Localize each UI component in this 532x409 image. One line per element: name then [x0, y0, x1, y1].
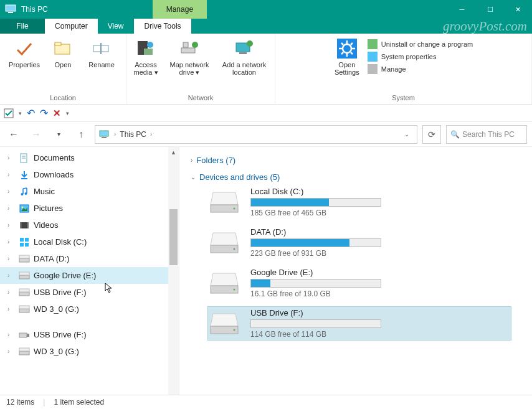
close-button[interactable]: ✕: [504, 0, 532, 19]
svg-marker-66: [211, 314, 238, 326]
tree-item[interactable]: ›Local Disk (C:): [0, 233, 179, 250]
chevron-down-icon: ⌄: [191, 174, 196, 181]
chevron-right-icon[interactable]: ›: [7, 348, 15, 355]
drive-icon: [209, 230, 239, 255]
svg-point-59: [234, 207, 235, 209]
qat-dropdown-2[interactable]: ▾: [66, 110, 69, 116]
chevron-right-icon[interactable]: ›: [7, 205, 15, 212]
uninstall-program-button[interactable]: Uninstall or change a program: [365, 39, 475, 50]
tab-drive-tools[interactable]: Drive Tools: [134, 19, 191, 34]
tree-item[interactable]: ›Downloads: [0, 166, 179, 183]
address-bar[interactable]: › This PC › ⌄: [95, 125, 417, 144]
tree-item[interactable]: ›USB Drive (F:): [0, 326, 179, 343]
breadcrumb-this-pc[interactable]: This PC: [120, 130, 146, 139]
open-settings-button[interactable]: Open Settings: [331, 36, 363, 76]
qat-dropdown[interactable]: ▾: [19, 110, 22, 116]
status-item-count: 12 items: [6, 398, 34, 407]
tree-item[interactable]: ›Music: [0, 183, 179, 200]
svg-rect-54: [27, 334, 29, 337]
search-input[interactable]: 🔍 Search This PC: [446, 125, 527, 144]
svg-point-36: [22, 206, 24, 208]
minimize-button[interactable]: ─: [448, 0, 476, 19]
svg-rect-52: [19, 306, 29, 309]
redo-icon[interactable]: ↷: [40, 107, 48, 119]
tree-item[interactable]: ›Documents: [0, 149, 179, 166]
tab-file[interactable]: File: [0, 19, 45, 34]
rename-icon: [92, 39, 112, 59]
main-area: ›Documents›Downloads›Music›Pictures›Vide…: [0, 147, 532, 395]
drive-capacity-text: 185 GB free of 465 GB: [250, 209, 381, 217]
tree-item[interactable]: ›WD 3_0 (G:): [0, 343, 179, 360]
chevron-right-icon[interactable]: ›: [150, 131, 152, 138]
drive-item[interactable]: Google Drive (E:) 16.1 GB free of 19.0 G…: [208, 266, 511, 299]
svg-rect-9: [181, 48, 195, 53]
chevron-right-icon[interactable]: ›: [7, 222, 15, 228]
manage-button[interactable]: Manage: [365, 63, 475, 75]
tree-item[interactable]: ›Google Drive (E:): [0, 267, 179, 284]
checkbox-icon[interactable]: [4, 108, 14, 118]
map-network-label: Map network drive ▾: [164, 61, 215, 76]
system-properties-icon: [368, 52, 378, 62]
uninstall-icon: [368, 39, 378, 49]
tree-item[interactable]: ›USB Drive (F:): [0, 284, 179, 301]
undo-icon[interactable]: ↶: [27, 107, 35, 119]
chevron-right-icon[interactable]: ›: [7, 272, 15, 279]
folders-section-header[interactable]: › Folders (7): [191, 152, 526, 169]
tree-item[interactable]: ›DATA (D:): [0, 250, 179, 267]
ribbon: Properties Open Rename Location Access m…: [0, 34, 532, 105]
media-icon: [136, 39, 156, 59]
search-placeholder: Search This PC: [462, 130, 515, 139]
context-tab-manage[interactable]: Manage: [153, 0, 207, 19]
tree-item[interactable]: ›WD 3_0 (G:): [0, 301, 179, 317]
drive-name: USB Drive (F:): [250, 308, 381, 317]
up-button[interactable]: ↑: [72, 126, 90, 143]
back-button[interactable]: ←: [5, 126, 22, 143]
scroll-up-button[interactable]: ▲: [168, 147, 179, 157]
svg-rect-3: [55, 42, 61, 45]
drive-item[interactable]: Local Disk (C:) 185 GB free of 465 GB: [208, 186, 511, 219]
history-dropdown[interactable]: ▾: [50, 126, 67, 143]
forward-button[interactable]: →: [27, 126, 45, 143]
chevron-right-icon[interactable]: ›: [7, 154, 15, 161]
delete-icon[interactable]: ✕: [53, 108, 61, 119]
svg-rect-44: [25, 243, 29, 247]
chevron-right-icon[interactable]: ›: [7, 255, 15, 262]
svg-rect-42: [25, 238, 29, 242]
tab-view[interactable]: View: [98, 19, 134, 34]
ribbon-group-location-label: Location: [50, 93, 76, 103]
open-button[interactable]: Open: [47, 36, 78, 93]
navigation-tree[interactable]: ›Documents›Downloads›Music›Pictures›Vide…: [0, 147, 179, 395]
tree-item[interactable]: ›Pictures: [0, 200, 179, 217]
drive-icon: [19, 271, 30, 281]
chevron-right-icon[interactable]: ›: [7, 306, 15, 313]
drive-icon: [209, 190, 239, 215]
system-properties-button[interactable]: System properties: [365, 51, 475, 62]
chevron-right-icon[interactable]: ›: [7, 188, 15, 195]
maximize-button[interactable]: ☐: [476, 0, 504, 19]
svg-rect-10: [183, 42, 188, 47]
tab-computer[interactable]: Computer: [45, 19, 98, 34]
access-media-button[interactable]: Access media ▾: [130, 36, 161, 93]
chevron-right-icon[interactable]: ›: [7, 171, 15, 178]
properties-button[interactable]: Properties: [4, 36, 45, 93]
chevron-right-icon[interactable]: ›: [7, 289, 15, 296]
drives-section-header[interactable]: ⌄ Devices and drives (5): [191, 169, 526, 186]
map-network-drive-button[interactable]: Map network drive ▾: [164, 36, 215, 93]
chevron-right-icon[interactable]: ›: [114, 131, 116, 138]
scroll-down-button[interactable]: ▼: [168, 384, 179, 395]
drive-item[interactable]: DATA (D:) 223 GB free of 931 GB: [208, 226, 511, 259]
refresh-button[interactable]: ⟳: [422, 125, 441, 144]
add-network-location-button[interactable]: Add a network location: [217, 36, 271, 93]
chevron-right-icon[interactable]: ›: [7, 331, 15, 338]
scroll-thumb[interactable]: [169, 209, 178, 265]
address-dropdown[interactable]: ⌄: [401, 131, 413, 138]
content-pane[interactable]: › Folders (7) ⌄ Devices and drives (5) L…: [179, 147, 532, 395]
rename-button[interactable]: Rename: [81, 36, 122, 93]
svg-rect-13: [239, 52, 247, 54]
svg-rect-48: [19, 272, 29, 275]
chevron-right-icon[interactable]: ›: [7, 238, 15, 245]
tree-item[interactable]: ›Videos: [0, 217, 179, 233]
svg-marker-60: [211, 233, 238, 245]
tree-scrollbar[interactable]: ▲ ▼: [168, 147, 179, 395]
drive-item[interactable]: USB Drive (F:) 114 GB free of 114 GB: [208, 307, 511, 340]
